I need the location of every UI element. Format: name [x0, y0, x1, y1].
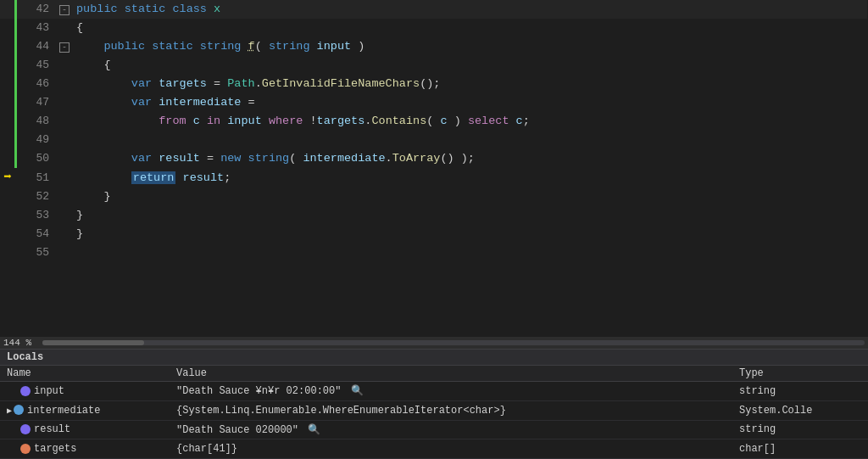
locals-row[interactable]: result"Death Sauce 020000" 🔍string	[0, 420, 868, 439]
code-line[interactable]: {	[73, 56, 867, 75]
code-line[interactable]: }	[73, 225, 867, 243]
code-token: result	[183, 171, 225, 184]
line-number: 46	[15, 75, 56, 93]
code-token	[241, 40, 248, 53]
code-token	[175, 171, 182, 184]
code-line[interactable]: var result = new string( intermediate.To…	[73, 149, 867, 168]
code-token	[241, 152, 248, 165]
line-number: 43	[15, 19, 56, 37]
code-token: result	[159, 152, 200, 165]
code-line[interactable]: return result;	[73, 168, 867, 188]
code-line[interactable]: var targets = Path.GetInvalidFileNameCha…	[73, 75, 867, 93]
code-line[interactable]: {	[73, 19, 867, 37]
indent-space	[76, 77, 131, 90]
locals-row[interactable]: ▶intermediate{System.Linq.Enumerable.Whe…	[0, 400, 868, 420]
code-line[interactable]: from c in input where !targets.Contains(…	[73, 112, 867, 131]
code-token: static	[152, 40, 193, 53]
code-token: f	[248, 40, 255, 53]
code-line[interactable]: var intermediate =	[73, 93, 867, 112]
code-editor: 42-public static class x43{44- public st…	[0, 0, 868, 349]
local-name: result	[34, 423, 70, 435]
code-token: string	[248, 152, 290, 165]
code-token	[309, 40, 316, 53]
code-line[interactable]	[73, 243, 867, 262]
code-token: var	[131, 96, 152, 109]
local-value: "Death Sauce ¥n¥r 02:00:00"	[176, 385, 341, 397]
code-token: c	[193, 115, 200, 127]
code-line[interactable]: }	[73, 188, 867, 206]
horizontal-scrollbar[interactable]: 144 %	[0, 337, 868, 349]
zoom-level: 144 %	[3, 338, 37, 348]
code-line[interactable]: }	[73, 206, 867, 225]
line-number: 48	[15, 112, 56, 131]
local-name-cell: targets	[0, 439, 170, 459]
line-number: 42	[15, 0, 56, 19]
scrollbar-thumb[interactable]	[42, 340, 144, 345]
local-type-cell: string	[732, 382, 868, 401]
breakpoint-col	[0, 149, 15, 168]
var-icon	[20, 424, 31, 434]
code-token: ();	[420, 77, 440, 90]
code-token: =	[200, 152, 220, 165]
search-value-icon[interactable]: 🔍	[302, 424, 320, 436]
breakpoint-col	[0, 93, 15, 112]
code-token: )	[351, 40, 364, 53]
code-line[interactable]	[73, 131, 867, 149]
code-token	[118, 3, 125, 15]
local-name-cell: input	[0, 382, 170, 401]
indent-space	[76, 190, 103, 203]
code-token: (	[426, 115, 440, 127]
indent-space	[76, 152, 131, 165]
expand-arrow[interactable]: ▶	[7, 406, 12, 416]
breakpoint-col	[0, 243, 15, 262]
code-area[interactable]: 42-public static class x43{44- public st…	[0, 0, 868, 337]
code-token: )	[448, 115, 468, 127]
scrollbar-track[interactable]	[42, 340, 865, 345]
code-token: Contains	[371, 115, 426, 127]
code-token: GetInvalidFileNameChars	[262, 77, 420, 90]
breakpoint-col	[0, 131, 15, 149]
code-token: var	[131, 77, 152, 90]
collapse-box[interactable]: -	[59, 42, 70, 53]
collapse-col[interactable]: -	[56, 0, 73, 19]
indent-space	[76, 40, 103, 53]
breakpoint-col	[0, 0, 15, 19]
col-value: Value	[170, 366, 732, 382]
code-token: =	[241, 96, 254, 109]
collapse-col[interactable]: -	[56, 37, 73, 56]
code-token	[262, 115, 269, 127]
code-token: .	[386, 152, 392, 165]
code-line[interactable]: public static string f( string input )	[73, 37, 867, 56]
local-name-cell: result	[0, 420, 170, 439]
local-value-cell: {char[41]}	[170, 439, 732, 459]
code-line[interactable]: public static class x	[73, 0, 867, 19]
code-token: }	[103, 190, 110, 203]
code-table: 42-public static class x43{44- public st…	[0, 0, 868, 262]
locals-row[interactable]: input"Death Sauce ¥n¥r 02:00:00" 🔍string	[0, 382, 868, 401]
code-token: select	[468, 115, 509, 127]
code-token: ToArray	[392, 152, 441, 165]
collapse-box[interactable]: -	[59, 5, 70, 15]
breakpoint-col	[0, 37, 15, 56]
code-token: intermediate	[159, 96, 241, 109]
collapse-col	[56, 243, 73, 262]
code-token: ;	[224, 171, 231, 184]
search-value-icon[interactable]: 🔍	[344, 385, 363, 397]
collapse-col	[56, 56, 73, 75]
locals-panel: Locals Name Value Type input"Death Sauce…	[0, 349, 868, 459]
collapse-col	[56, 149, 73, 168]
code-token: () );	[440, 152, 475, 165]
collapse-col	[56, 168, 73, 188]
line-number: 50	[15, 149, 56, 168]
code-token: from	[159, 115, 186, 127]
locals-row[interactable]: targets{char[41]}char[]	[0, 439, 868, 459]
code-token	[193, 40, 200, 53]
local-value: {System.Linq.Enumerable.WhereEnumerableI…	[176, 405, 506, 417]
code-token	[200, 115, 207, 127]
code-token	[145, 40, 152, 53]
code-token: string	[200, 40, 242, 53]
local-type-cell: System.Colle	[732, 400, 868, 420]
code-token	[186, 115, 193, 127]
code-token: intermediate	[303, 152, 385, 165]
collapse-col	[56, 188, 73, 206]
